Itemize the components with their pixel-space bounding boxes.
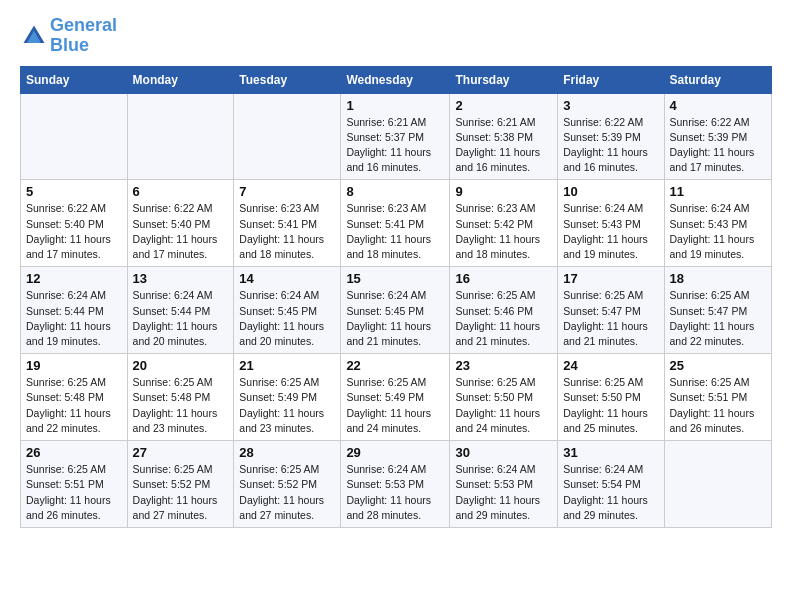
calendar-day-cell: 6Sunrise: 6:22 AMSunset: 5:40 PMDaylight… — [127, 180, 234, 267]
day-info: Sunrise: 6:21 AMSunset: 5:38 PMDaylight:… — [455, 115, 552, 176]
sunset-text: Sunset: 5:49 PM — [346, 391, 424, 403]
calendar-day-cell: 18Sunrise: 6:25 AMSunset: 5:47 PMDayligh… — [664, 267, 772, 354]
sunrise-text: Sunrise: 6:21 AM — [346, 116, 426, 128]
day-number: 2 — [455, 98, 552, 113]
weekday-header: Wednesday — [341, 66, 450, 93]
day-number: 17 — [563, 271, 658, 286]
calendar-empty-cell — [664, 441, 772, 528]
weekday-header: Thursday — [450, 66, 558, 93]
sunrise-text: Sunrise: 6:25 AM — [133, 463, 213, 475]
calendar-day-cell: 26Sunrise: 6:25 AMSunset: 5:51 PMDayligh… — [21, 441, 128, 528]
daylight-text: Daylight: 11 hours and 21 minutes. — [346, 320, 431, 347]
day-number: 4 — [670, 98, 767, 113]
sunrise-text: Sunrise: 6:24 AM — [563, 202, 643, 214]
page: General Blue SundayMondayTuesdayWednesda… — [0, 0, 792, 544]
sunset-text: Sunset: 5:41 PM — [239, 218, 317, 230]
sunrise-text: Sunrise: 6:22 AM — [670, 116, 750, 128]
calendar-empty-cell — [21, 93, 128, 180]
weekday-header: Monday — [127, 66, 234, 93]
day-info: Sunrise: 6:22 AMSunset: 5:39 PMDaylight:… — [563, 115, 658, 176]
calendar-day-cell: 12Sunrise: 6:24 AMSunset: 5:44 PMDayligh… — [21, 267, 128, 354]
daylight-text: Daylight: 11 hours and 28 minutes. — [346, 494, 431, 521]
sunset-text: Sunset: 5:44 PM — [133, 305, 211, 317]
day-number: 18 — [670, 271, 767, 286]
calendar-day-cell: 11Sunrise: 6:24 AMSunset: 5:43 PMDayligh… — [664, 180, 772, 267]
daylight-text: Daylight: 11 hours and 23 minutes. — [239, 407, 324, 434]
header: General Blue — [20, 16, 772, 56]
day-info: Sunrise: 6:25 AMSunset: 5:47 PMDaylight:… — [563, 288, 658, 349]
sunset-text: Sunset: 5:47 PM — [670, 305, 748, 317]
sunrise-text: Sunrise: 6:24 AM — [133, 289, 213, 301]
day-number: 7 — [239, 184, 335, 199]
sunset-text: Sunset: 5:42 PM — [455, 218, 533, 230]
daylight-text: Daylight: 11 hours and 19 minutes. — [26, 320, 111, 347]
day-info: Sunrise: 6:22 AMSunset: 5:39 PMDaylight:… — [670, 115, 767, 176]
sunrise-text: Sunrise: 6:23 AM — [455, 202, 535, 214]
day-number: 6 — [133, 184, 229, 199]
day-info: Sunrise: 6:22 AMSunset: 5:40 PMDaylight:… — [133, 201, 229, 262]
day-info: Sunrise: 6:25 AMSunset: 5:50 PMDaylight:… — [563, 375, 658, 436]
weekday-header: Tuesday — [234, 66, 341, 93]
day-number: 20 — [133, 358, 229, 373]
day-number: 11 — [670, 184, 767, 199]
weekday-header: Sunday — [21, 66, 128, 93]
daylight-text: Daylight: 11 hours and 21 minutes. — [455, 320, 540, 347]
day-number: 12 — [26, 271, 122, 286]
sunset-text: Sunset: 5:45 PM — [239, 305, 317, 317]
day-info: Sunrise: 6:24 AMSunset: 5:43 PMDaylight:… — [563, 201, 658, 262]
calendar-day-cell: 3Sunrise: 6:22 AMSunset: 5:39 PMDaylight… — [558, 93, 664, 180]
sunrise-text: Sunrise: 6:21 AM — [455, 116, 535, 128]
day-info: Sunrise: 6:25 AMSunset: 5:46 PMDaylight:… — [455, 288, 552, 349]
daylight-text: Daylight: 11 hours and 17 minutes. — [133, 233, 218, 260]
sunset-text: Sunset: 5:41 PM — [346, 218, 424, 230]
sunrise-text: Sunrise: 6:24 AM — [563, 463, 643, 475]
calendar-empty-cell — [234, 93, 341, 180]
calendar-day-cell: 28Sunrise: 6:25 AMSunset: 5:52 PMDayligh… — [234, 441, 341, 528]
calendar-day-cell: 25Sunrise: 6:25 AMSunset: 5:51 PMDayligh… — [664, 354, 772, 441]
day-info: Sunrise: 6:23 AMSunset: 5:41 PMDaylight:… — [239, 201, 335, 262]
calendar-table: SundayMondayTuesdayWednesdayThursdayFrid… — [20, 66, 772, 528]
sunrise-text: Sunrise: 6:24 AM — [670, 202, 750, 214]
day-number: 24 — [563, 358, 658, 373]
day-info: Sunrise: 6:24 AMSunset: 5:44 PMDaylight:… — [133, 288, 229, 349]
day-number: 26 — [26, 445, 122, 460]
calendar-day-cell: 9Sunrise: 6:23 AMSunset: 5:42 PMDaylight… — [450, 180, 558, 267]
day-info: Sunrise: 6:24 AMSunset: 5:43 PMDaylight:… — [670, 201, 767, 262]
calendar-day-cell: 27Sunrise: 6:25 AMSunset: 5:52 PMDayligh… — [127, 441, 234, 528]
day-number: 25 — [670, 358, 767, 373]
calendar-header-row: SundayMondayTuesdayWednesdayThursdayFrid… — [21, 66, 772, 93]
daylight-text: Daylight: 11 hours and 26 minutes. — [26, 494, 111, 521]
day-number: 22 — [346, 358, 444, 373]
sunset-text: Sunset: 5:43 PM — [563, 218, 641, 230]
day-number: 27 — [133, 445, 229, 460]
daylight-text: Daylight: 11 hours and 16 minutes. — [346, 146, 431, 173]
calendar-day-cell: 14Sunrise: 6:24 AMSunset: 5:45 PMDayligh… — [234, 267, 341, 354]
calendar-day-cell: 4Sunrise: 6:22 AMSunset: 5:39 PMDaylight… — [664, 93, 772, 180]
calendar-day-cell: 10Sunrise: 6:24 AMSunset: 5:43 PMDayligh… — [558, 180, 664, 267]
day-number: 10 — [563, 184, 658, 199]
sunset-text: Sunset: 5:38 PM — [455, 131, 533, 143]
day-info: Sunrise: 6:25 AMSunset: 5:51 PMDaylight:… — [26, 462, 122, 523]
daylight-text: Daylight: 11 hours and 17 minutes. — [26, 233, 111, 260]
day-number: 21 — [239, 358, 335, 373]
sunrise-text: Sunrise: 6:25 AM — [455, 376, 535, 388]
day-info: Sunrise: 6:24 AMSunset: 5:54 PMDaylight:… — [563, 462, 658, 523]
sunrise-text: Sunrise: 6:25 AM — [670, 376, 750, 388]
day-number: 9 — [455, 184, 552, 199]
sunset-text: Sunset: 5:48 PM — [133, 391, 211, 403]
sunrise-text: Sunrise: 6:22 AM — [133, 202, 213, 214]
calendar-day-cell: 8Sunrise: 6:23 AMSunset: 5:41 PMDaylight… — [341, 180, 450, 267]
daylight-text: Daylight: 11 hours and 18 minutes. — [455, 233, 540, 260]
daylight-text: Daylight: 11 hours and 16 minutes. — [563, 146, 648, 173]
sunrise-text: Sunrise: 6:25 AM — [133, 376, 213, 388]
calendar-day-cell: 5Sunrise: 6:22 AMSunset: 5:40 PMDaylight… — [21, 180, 128, 267]
day-info: Sunrise: 6:24 AMSunset: 5:44 PMDaylight:… — [26, 288, 122, 349]
day-number: 1 — [346, 98, 444, 113]
calendar-day-cell: 17Sunrise: 6:25 AMSunset: 5:47 PMDayligh… — [558, 267, 664, 354]
calendar-day-cell: 1Sunrise: 6:21 AMSunset: 5:37 PMDaylight… — [341, 93, 450, 180]
day-info: Sunrise: 6:24 AMSunset: 5:53 PMDaylight:… — [346, 462, 444, 523]
sunrise-text: Sunrise: 6:23 AM — [239, 202, 319, 214]
sunrise-text: Sunrise: 6:23 AM — [346, 202, 426, 214]
day-number: 19 — [26, 358, 122, 373]
day-info: Sunrise: 6:25 AMSunset: 5:48 PMDaylight:… — [133, 375, 229, 436]
